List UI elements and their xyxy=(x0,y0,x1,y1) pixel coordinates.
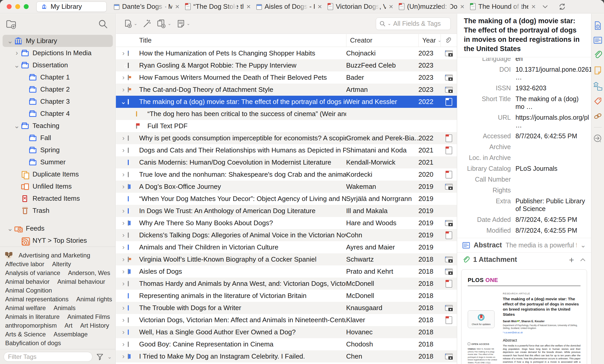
add-attachment-button[interactable]: + xyxy=(569,257,574,262)
tag[interactable]: Anderson, Wes xyxy=(68,269,110,277)
tag-filter-funnel-icon[interactable] xyxy=(96,353,104,361)
locate-tab-icon[interactable] xyxy=(593,134,603,143)
tags-tab-icon[interactable] xyxy=(593,97,602,106)
item-row[interactable]: › Aisles of Dogs Prato and Kehrt 2018 xyxy=(116,265,457,278)
tag[interactable]: Animated Films xyxy=(67,313,110,320)
sync-icon[interactable] xyxy=(558,2,567,11)
field-value[interactable]: Publisher: Public Library of Science xyxy=(515,197,586,213)
tag[interactable]: Babyfication of dogs xyxy=(5,339,61,347)
attachment-preview-card[interactable]: PLOS ONE Check for updates OPEN ACCESS C… xyxy=(461,269,587,364)
notes-tab-icon[interactable] xyxy=(593,66,602,75)
field-value[interactable]: PLoS Journals xyxy=(515,165,586,172)
column-year[interactable]: Year ⌄ xyxy=(418,34,441,47)
field-value[interactable] xyxy=(515,175,586,183)
chevron-down-icon[interactable]: ⌄ xyxy=(580,241,586,249)
twisty-icon[interactable]: › xyxy=(119,268,128,276)
reader-tab[interactable]: Dante’s Dogs - Mang × xyxy=(111,0,182,13)
item-row[interactable]: ⌄ The making of a (dog) movie star: The … xyxy=(116,96,457,108)
tag[interactable]: Affective labor xyxy=(5,261,44,268)
item-row[interactable]: › Well, Has a Single Good Author Ever Ow… xyxy=(116,326,457,338)
tag[interactable]: Animal rights xyxy=(76,296,112,303)
reader-tab[interactable]: Aisles of Dogs - Prat × xyxy=(254,0,325,13)
chevron-down-icon[interactable]: ⌄ xyxy=(187,21,190,26)
new-collection-button[interactable] xyxy=(6,19,18,29)
collection-row[interactable]: Fall xyxy=(3,132,113,144)
item-row[interactable]: › Why is pet goods consumption impercept… xyxy=(116,132,457,144)
tag[interactable]: Animal representations xyxy=(5,296,68,303)
chevron-down-icon[interactable]: ⌄ xyxy=(134,21,137,26)
tag[interactable]: anthropomorphism xyxy=(5,322,57,329)
item-row[interactable]: Representing animals in the literature o… xyxy=(116,290,457,302)
search-collections-icon[interactable] xyxy=(98,19,108,29)
tag[interactable]: Animal welfare xyxy=(5,304,46,312)
twisty-icon[interactable]: ⌄ xyxy=(119,98,128,106)
item-row[interactable]: “The dog hero has been critical to the s… xyxy=(116,108,457,120)
item-row[interactable]: › Dickens's Talking Dogs: Allegories of … xyxy=(116,229,457,241)
twisty-icon[interactable]: › xyxy=(119,219,128,227)
tag[interactable]: Art xyxy=(65,322,73,329)
item-row[interactable]: › The Cat-and-Dog Theory of Attachment S… xyxy=(116,84,457,96)
tab-close-icon[interactable]: × xyxy=(531,3,536,10)
field-value[interactable]: https://journals.plos.org/pl … xyxy=(515,114,589,129)
collection-row[interactable]: ⌄ Teaching xyxy=(3,120,113,132)
collection-row[interactable]: Duplicate Items xyxy=(3,168,113,180)
item-row[interactable]: › Dogs and Cats and Their Relationships … xyxy=(116,144,457,156)
item-row[interactable]: › Thomas Hardy and Animals by Anna West,… xyxy=(116,278,457,290)
collection-row[interactable]: Trash xyxy=(3,205,113,217)
twisty-icon[interactable]: › xyxy=(119,304,128,312)
tag[interactable]: Animal behavior xyxy=(5,278,50,285)
twisty-icon[interactable]: › xyxy=(119,146,128,154)
item-row[interactable]: Ryan Gosling & Margot Robbie: The Puppy … xyxy=(116,59,457,71)
new-item-button[interactable]: ⌄ xyxy=(122,18,139,30)
close-window-button[interactable] xyxy=(7,4,12,9)
collection-row[interactable]: Chapter 2 xyxy=(3,83,113,95)
reader-tab[interactable]: “The Dog Stole the P × xyxy=(182,0,254,13)
libraries-collections-tab-icon[interactable] xyxy=(593,81,603,91)
search-input[interactable] xyxy=(393,20,447,28)
collection-row[interactable]: Chapter 4 xyxy=(3,108,113,120)
item-row[interactable]: › Virginia Woolf’s Little-Known Biograph… xyxy=(116,253,457,265)
tag[interactable]: Animals xyxy=(53,304,75,312)
item-row[interactable]: › Victorian Dogs, Victorian Men: Affect … xyxy=(116,314,457,326)
field-value[interactable]: 8/7/2024, 6:42:55 PM xyxy=(515,132,586,140)
collection-row[interactable]: Spring xyxy=(3,144,113,156)
twisty-icon[interactable]: ⌄ xyxy=(6,224,14,233)
tab-close-icon[interactable]: × xyxy=(388,3,394,10)
tag[interactable]: Analysis of variance xyxy=(5,269,60,277)
item-row[interactable]: “When Your Dog Matches Your Decor”: Obje… xyxy=(116,193,457,205)
field-value[interactable] xyxy=(515,143,586,151)
tag[interactable]: Arts & Science xyxy=(5,331,46,338)
reader-tab[interactable]: The Hound of the Ba × xyxy=(467,0,539,13)
twisty-icon[interactable]: › xyxy=(119,316,128,324)
collection-row[interactable]: Unfiled Items xyxy=(3,180,113,192)
tab-close-icon[interactable]: × xyxy=(460,3,465,10)
item-row[interactable]: › I Tried to Make My Dog an Instagram Ce… xyxy=(116,350,457,362)
twisty-icon[interactable]: › xyxy=(119,352,128,360)
tag[interactable]: Animals in literature xyxy=(5,313,60,320)
twisty-icon[interactable]: › xyxy=(119,207,128,215)
collection-row[interactable]: NYT > Top Stories xyxy=(3,234,113,247)
info-tab-icon[interactable] xyxy=(593,21,602,30)
field-value[interactable]: en xyxy=(515,58,586,64)
twisty-icon[interactable]: › xyxy=(119,340,128,348)
abstract-tab-icon[interactable] xyxy=(593,36,602,44)
twisty-icon[interactable]: › xyxy=(119,49,128,57)
tag[interactable]: Art History xyxy=(80,322,109,329)
collection-row[interactable]: › Depictions In Media xyxy=(3,47,113,59)
attachments-section-header[interactable]: 1 Attachment + xyxy=(457,252,591,267)
twisty-icon[interactable]: › xyxy=(13,49,21,57)
tab-close-icon[interactable]: × xyxy=(317,3,322,10)
twisty-icon[interactable]: › xyxy=(119,231,128,239)
twisty-icon[interactable]: › xyxy=(119,243,128,251)
abstract-section-header[interactable]: Abstract The media is a powerful forc… ⌄ xyxy=(457,238,591,252)
field-value[interactable]: 10.1371/journal.pone.0261 … xyxy=(515,66,589,81)
tag[interactable]: Animal Cognition xyxy=(5,287,52,294)
twisty-icon[interactable]: ⌄ xyxy=(13,122,21,130)
related-tab-icon[interactable] xyxy=(593,112,603,120)
item-row[interactable]: › How Famous Writers Mourned the Death o… xyxy=(116,71,457,84)
reader-tab[interactable]: (Un)muzzled: Dogs i × xyxy=(396,0,467,13)
item-row[interactable]: Canis Modernis: Human/Dog Coevolution in… xyxy=(116,156,457,168)
item-row[interactable]: › Why Are There So Many Books About Dogs… xyxy=(116,217,457,229)
collection-row[interactable]: Summer xyxy=(3,156,113,168)
search-scope-chevron-icon[interactable]: ⌄ xyxy=(387,21,391,26)
